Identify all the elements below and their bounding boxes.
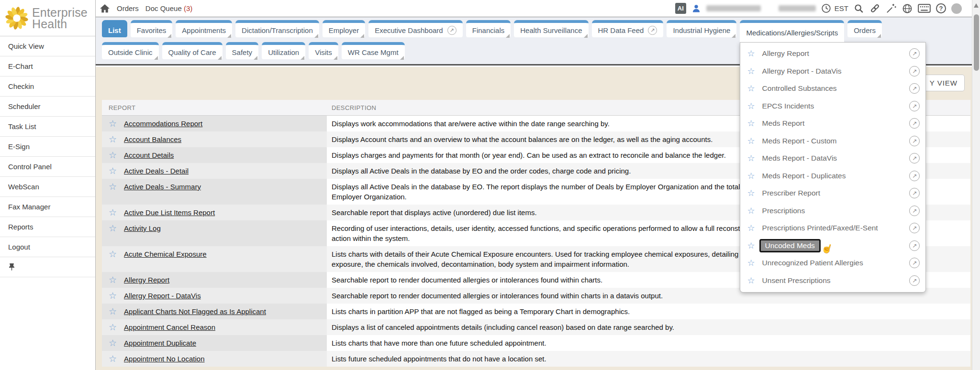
menu-item-controlled-substances[interactable]: ☆ Controlled Substances ☝ ↗ xyxy=(740,80,925,98)
open-new-window-icon[interactable]: ↗ xyxy=(909,171,920,181)
open-new-window-icon[interactable]: ↗ xyxy=(909,240,920,251)
link-icon[interactable] xyxy=(869,3,880,14)
open-new-window-icon[interactable]: ↗ xyxy=(909,48,920,59)
favorite-star-icon[interactable]: ☆ xyxy=(747,49,755,58)
sidebar-item-fax-manager[interactable]: Fax Manager xyxy=(0,197,95,217)
favorite-star-icon[interactable]: ☆ xyxy=(747,224,755,232)
report-link-active-due-list-items-report[interactable]: Active Due List Items Report xyxy=(124,208,215,218)
pin-sidebar-button[interactable] xyxy=(0,257,95,277)
favorite-star-icon[interactable]: ☆ xyxy=(747,276,755,285)
tab-favorites[interactable]: Favorites ↗ xyxy=(131,20,173,37)
tab-safety[interactable]: Safety ↗ xyxy=(226,42,259,59)
scrollbar-thumb[interactable] xyxy=(974,14,979,71)
sidebar-item-quick-view[interactable]: Quick View xyxy=(0,36,95,56)
ai-badge[interactable]: AI xyxy=(675,3,686,14)
breadcrumb-orders[interactable]: Orders xyxy=(117,4,139,12)
open-new-window-icon[interactable]: ↗ xyxy=(909,153,920,163)
breadcrumb-doc-queue[interactable]: Doc Queue (3) xyxy=(145,4,192,12)
sidebar-item-scheduler[interactable]: Scheduler xyxy=(0,97,95,117)
tab-employer[interactable]: Employer ↗ xyxy=(323,20,365,37)
report-link-account-details[interactable]: Account Details xyxy=(124,151,174,160)
menu-item-allergy-report-datavis[interactable]: ☆ Allergy Report - DataVis ☝ ↗ xyxy=(740,63,925,80)
help-icon[interactable]: ? xyxy=(936,3,946,13)
favorite-star-icon[interactable]: ☆ xyxy=(109,224,117,233)
tab-utilization[interactable]: Utilization ↗ xyxy=(262,42,305,59)
favorite-star-icon[interactable]: ☆ xyxy=(747,154,755,163)
favorite-star-icon[interactable]: ☆ xyxy=(109,291,117,300)
favorite-star-icon[interactable]: ☆ xyxy=(747,137,755,145)
menu-item-meds-report-duplicates[interactable]: ☆ Meds Report - Duplicates ☝ ↗ xyxy=(740,167,925,185)
menu-item-uncoded-meds[interactable]: ☆ Uncoded Meds ☝ ↗ xyxy=(740,237,925,255)
favorite-star-icon[interactable]: ☆ xyxy=(109,307,117,316)
tab-quality-of-care[interactable]: Quality of Care ↗ xyxy=(162,42,223,59)
menu-item-allergy-report[interactable]: ☆ Allergy Report ☝ ↗ xyxy=(740,45,925,63)
magic-wand-icon[interactable] xyxy=(886,3,897,14)
favorite-star-icon[interactable]: ☆ xyxy=(747,259,755,267)
report-link-appointment-no-location[interactable]: Appointment No Location xyxy=(124,354,204,364)
report-link-applicant-charts-not-flagged-as-is-applicant[interactable]: Applicant Charts Not Flagged as Is Appli… xyxy=(124,307,266,316)
favorite-star-icon[interactable]: ☆ xyxy=(747,102,755,110)
scrollbar-up-arrow[interactable] xyxy=(974,3,979,8)
favorite-star-icon[interactable]: ☆ xyxy=(109,354,117,363)
open-new-window-icon[interactable]: ↗ xyxy=(909,66,920,76)
open-new-window-icon[interactable]: ↗ xyxy=(909,101,920,111)
vertical-scrollbar[interactable] xyxy=(972,0,980,370)
enterprise-health-logo[interactable]: EnterpriseHealth xyxy=(0,0,95,36)
tab-dictation-transcription[interactable]: Dictation/Transcription ↗ xyxy=(235,20,319,37)
tab-list[interactable]: List ↗ xyxy=(102,20,127,37)
open-new-window-icon[interactable]: ↗ xyxy=(909,83,920,94)
favorite-star-icon[interactable]: ☆ xyxy=(747,189,755,197)
favorite-star-icon[interactable]: ☆ xyxy=(109,323,117,332)
report-link-active-deals-summary[interactable]: Active Deals - Summary xyxy=(124,182,201,192)
report-link-appointment-duplicate[interactable]: Appointment Duplicate xyxy=(124,338,196,348)
open-new-window-icon[interactable]: ↗ xyxy=(909,188,920,198)
sidebar-item-checkin[interactable]: Checkin xyxy=(0,76,95,97)
favorite-star-icon[interactable]: ☆ xyxy=(747,67,755,76)
report-link-accommodations-report[interactable]: Accommodations Report xyxy=(124,119,202,129)
report-link-allergy-report[interactable]: Allergy Report xyxy=(124,275,169,285)
search-icon[interactable] xyxy=(854,3,864,14)
sidebar-item-task-list[interactable]: Task List xyxy=(0,117,95,137)
tab-medications-allergies-scripts[interactable]: Medications/Allergies/Scripts ↗ xyxy=(740,20,844,42)
tab-wr-case-mgmt[interactable]: WR Case Mgmt ↗ xyxy=(342,42,405,59)
menu-item-unsent-prescriptions[interactable]: ☆ Unsent Prescriptions ☝ ↗ xyxy=(740,272,925,290)
tab-appointments[interactable]: Appointments ↗ xyxy=(176,20,232,37)
tab-industrial-hygiene[interactable]: Industrial Hygiene ↗ xyxy=(667,20,736,37)
favorite-star-icon[interactable]: ☆ xyxy=(109,338,117,348)
favorite-star-icon[interactable]: ☆ xyxy=(109,135,117,144)
avatar-circle[interactable] xyxy=(951,3,962,14)
favorite-star-icon[interactable]: ☆ xyxy=(109,275,117,284)
user-icon[interactable] xyxy=(691,4,701,13)
report-link-allergy-report-datavis[interactable]: Allergy Report - DataVis xyxy=(124,291,201,301)
sidebar-item-e-chart[interactable]: E-Chart xyxy=(0,56,95,76)
open-new-window-icon[interactable]: ↗ xyxy=(909,136,920,146)
menu-item-meds-report-datavis[interactable]: ☆ Meds Report - DataVis ☝ ↗ xyxy=(740,150,925,167)
menu-item-epcs-incidents[interactable]: ☆ EPCS Incidents ☝ ↗ xyxy=(740,98,925,115)
favorite-star-icon[interactable]: ☆ xyxy=(747,207,755,215)
tab-orders[interactable]: Orders ↗ xyxy=(847,20,882,37)
report-link-active-deals-detail[interactable]: Active Deals - Detail xyxy=(124,166,189,176)
globe-icon[interactable] xyxy=(902,3,913,14)
open-new-window-icon[interactable]: ↗ xyxy=(909,275,920,286)
sidebar-item-logout[interactable]: Logout xyxy=(0,237,95,257)
favorite-star-icon[interactable]: ☆ xyxy=(109,182,117,191)
report-link-appointment-cancel-reason[interactable]: Appointment Cancel Reason xyxy=(124,323,215,332)
sidebar-item-e-sign[interactable]: E-Sign xyxy=(0,137,95,157)
favorite-star-icon[interactable]: ☆ xyxy=(109,208,117,217)
tab-health-surveillance[interactable]: Health Surveillance ↗ xyxy=(514,20,588,37)
menu-item-prescriptions[interactable]: ☆ Prescriptions ☝ ↗ xyxy=(740,202,925,220)
open-new-window-icon[interactable]: ↗ xyxy=(909,206,920,216)
tab-visits[interactable]: Visits ↗ xyxy=(309,42,338,59)
report-link-account-balances[interactable]: Account Balances xyxy=(124,135,181,144)
favorite-star-icon[interactable]: ☆ xyxy=(747,119,755,128)
menu-item-meds-report[interactable]: ☆ Meds Report ☝ ↗ xyxy=(740,115,925,132)
sidebar-item-control-panel[interactable]: Control Panel xyxy=(0,157,95,177)
sidebar-item-reports[interactable]: Reports xyxy=(0,217,95,237)
keyboard-icon[interactable] xyxy=(918,3,931,13)
favorite-star-icon[interactable]: ☆ xyxy=(109,151,117,160)
tab-financials[interactable]: Financials ↗ xyxy=(466,20,511,37)
tab-outside-clinic[interactable]: Outside Clinic ↗ xyxy=(102,42,159,59)
favorite-star-icon[interactable]: ☆ xyxy=(747,172,755,180)
home-icon[interactable] xyxy=(100,4,110,13)
favorite-star-icon[interactable]: ☆ xyxy=(747,84,755,93)
